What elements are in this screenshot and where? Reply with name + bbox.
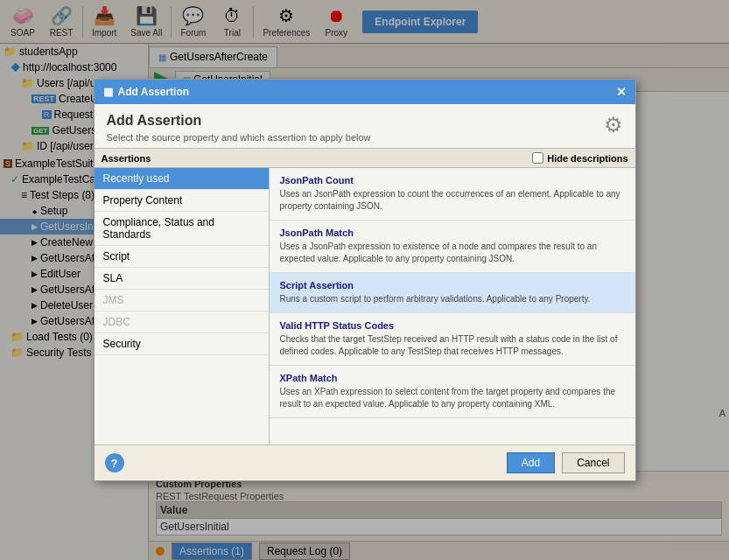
hide-desc-input[interactable] <box>532 152 543 164</box>
assertion-xpath-match[interactable]: XPath Match Uses an XPath expression to … <box>270 366 635 418</box>
modal-assertions-list: JsonPath Count Uses an JsonPath expressi… <box>270 168 635 444</box>
assertion-desc: Runs a custom script to perform arbitrar… <box>280 293 625 305</box>
category-jdbc[interactable]: JDBC <box>95 312 269 333</box>
category-label: Security <box>103 338 141 350</box>
modal-titlebar: ▦ Add Assertion ✕ <box>95 80 635 104</box>
category-label: Recently used <box>103 172 170 185</box>
modal-close-button[interactable]: ✕ <box>616 85 627 99</box>
category-label: JMS <box>103 294 124 306</box>
assertion-valid-http[interactable]: Valid HTTP Status Codes Checks that the … <box>270 313 635 366</box>
category-list: Recently used Property Content Complianc… <box>95 168 269 444</box>
category-property-content[interactable]: Property Content <box>95 190 269 212</box>
assertion-desc: Uses an JsonPath expression to count the… <box>280 188 625 213</box>
hide-descriptions-checkbox[interactable]: Hide descriptions <box>532 152 627 164</box>
cancel-button[interactable]: Cancel <box>562 452 624 473</box>
assertion-desc: Checks that the target TestStep received… <box>280 333 625 358</box>
assertion-title: JsonPath Count <box>280 175 625 186</box>
gear-icon: ⚙ <box>604 113 623 137</box>
assertion-title: JsonPath Match <box>280 228 625 238</box>
assertion-jsonpath-match[interactable]: JsonPath Match Uses a JsonPath expressio… <box>270 220 635 273</box>
modal-header-subtitle: Select the source property and which ass… <box>107 132 371 143</box>
assertion-desc: Uses a JsonPath expression to existence … <box>280 241 625 265</box>
category-label: Property Content <box>103 194 183 206</box>
assertion-desc: Uses an XPath expression to select conte… <box>280 386 625 410</box>
category-security[interactable]: Security <box>95 333 269 355</box>
modal-footer: ? Add Cancel <box>95 444 635 480</box>
category-jms[interactable]: JMS <box>95 290 269 312</box>
modal-overlay[interactable]: ▦ Add Assertion ✕ Add Assertion Select t… <box>0 0 729 560</box>
assertions-label: Assertions <box>102 153 151 164</box>
assertion-title: Valid HTTP Status Codes <box>280 320 625 331</box>
assertion-title: XPath Match <box>280 373 625 383</box>
add-assertion-button[interactable]: Add <box>507 452 555 473</box>
modal-categories: Recently used Property Content Complianc… <box>95 168 270 444</box>
assertions-header: Assertions Hide descriptions <box>95 149 635 168</box>
hide-desc-label: Hide descriptions <box>547 153 627 164</box>
category-label: Compliance, Status and Standards <box>103 216 214 241</box>
assertion-jsonpath-count[interactable]: JsonPath Count Uses an JsonPath expressi… <box>270 168 635 220</box>
category-script[interactable]: Script <box>95 246 269 268</box>
category-recently-used[interactable]: Recently used <box>95 168 269 190</box>
modal-title: Add Assertion <box>118 86 190 98</box>
modal-header-text: Add Assertion Select the source property… <box>107 113 371 143</box>
category-label: SLA <box>103 272 123 284</box>
modal-header-title: Add Assertion <box>107 113 371 129</box>
category-label: JDBC <box>103 316 130 328</box>
add-assertion-modal: ▦ Add Assertion ✕ Add Assertion Select t… <box>94 79 636 481</box>
assertion-title: Script Assertion <box>280 280 625 290</box>
assertion-script[interactable]: Script Assertion Runs a custom script to… <box>270 273 635 313</box>
category-sla[interactable]: SLA <box>95 268 269 290</box>
category-label: Script <box>103 250 130 262</box>
category-compliance[interactable]: Compliance, Status and Standards <box>95 212 269 246</box>
modal-body: Recently used Property Content Complianc… <box>95 168 635 444</box>
modal-title-icon: ▦ <box>103 86 113 98</box>
modal-header: Add Assertion Select the source property… <box>95 104 635 149</box>
help-button[interactable]: ? <box>105 453 124 472</box>
